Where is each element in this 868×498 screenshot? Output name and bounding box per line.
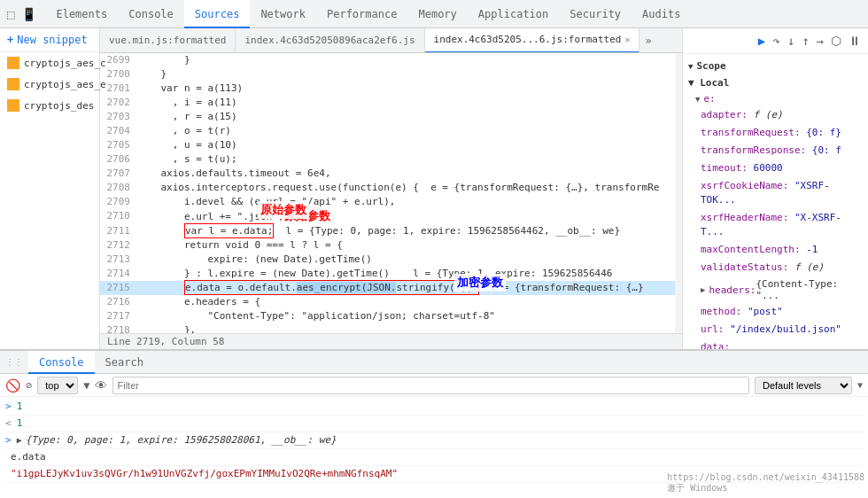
tab-sources[interactable]: Sources	[184, 0, 251, 28]
code-line[interactable]: 2702 , i = a(11)	[100, 96, 675, 110]
step-out-btn[interactable]: ↑	[800, 32, 810, 50]
line-content: var l = e.data; l = {Type: 0, page: 1, e…	[137, 224, 675, 238]
code-tab-label: index.4c63d52050896aca2ef6.js	[244, 28, 415, 53]
code-line[interactable]: 2701 var n = a(113)	[100, 82, 675, 96]
context-icon[interactable]: ▼	[83, 379, 89, 392]
code-line[interactable]: 2711 var l = e.data; l = {Type: 0, page:…	[100, 224, 675, 238]
code-line[interactable]: 2705 , u = a(10)	[100, 138, 675, 152]
tab-performance[interactable]: Performance	[316, 0, 407, 28]
tab-memory[interactable]: Memory	[407, 0, 467, 28]
tab-console[interactable]: Console	[118, 0, 184, 28]
prop-val: 60000	[754, 162, 783, 174]
tab-search-bottom[interactable]: Search	[95, 351, 154, 374]
line-number: 2702	[100, 96, 137, 110]
code-line[interactable]: 2704 , o = t(r)	[100, 124, 675, 138]
snippet-name: cryptojs_des	[24, 100, 94, 112]
tab-security[interactable]: Security	[559, 0, 632, 28]
code-editor[interactable]: 2699 }2700 }2701 var n = a(113)2702 , i …	[100, 53, 675, 333]
code-line[interactable]: 2718 },	[100, 323, 675, 333]
code-line[interactable]: 2700 }	[100, 67, 675, 82]
line-content: i.devel && (e.url = "/api" + e.url),	[137, 195, 675, 209]
pause-exceptions-btn[interactable]: ⏸	[847, 32, 863, 50]
headers-val: {Content-Type: "...	[756, 278, 863, 301]
e-scope-item[interactable]: ▼ e:	[683, 91, 868, 106]
filter-icon[interactable]: ⊘	[26, 379, 32, 392]
code-line[interactable]: 2706 , s = t(u);	[100, 152, 675, 167]
prop-key: method:	[701, 306, 748, 317]
resume-btn[interactable]: ▶	[756, 32, 767, 50]
code-editor-wrapper: 2699 }2700 }2701 var n = a(113)2702 , i …	[100, 53, 682, 333]
prop-val: {0: f	[812, 144, 841, 156]
code-line[interactable]: 2708 axios.interceptors.request.use(func…	[100, 181, 675, 195]
device-icon[interactable]: 📱	[18, 5, 40, 23]
step-over-btn[interactable]: ↷	[771, 32, 781, 50]
snippet-item[interactable]: cryptojs_aes_e	[0, 74, 99, 95]
prop-val: "post"	[748, 306, 783, 317]
tab-console-bottom[interactable]: Console	[28, 351, 95, 374]
snippet-item[interactable]: cryptojs_des	[0, 95, 99, 116]
snippet-item[interactable]: cryptojs_aes_c	[0, 52, 99, 74]
line-content: },	[137, 323, 675, 333]
prop-val: f (e)	[754, 109, 783, 121]
code-line[interactable]: 2714 } : l.expire = (new Date).getTime()…	[100, 267, 675, 281]
line-content: } : l.expire = (new Date).getTime() l = …	[137, 267, 675, 281]
eye-icon[interactable]: 👁	[95, 378, 107, 393]
code-line[interactable]: 2716 e.headers = {	[100, 295, 675, 309]
code-tab-index2[interactable]: index.4c63d5205...6.js:formatted ✕	[425, 28, 640, 53]
snippet-icon	[7, 57, 19, 69]
new-snippet-button[interactable]: + New snippet	[0, 28, 99, 52]
level-select[interactable]: Default levels	[755, 377, 852, 394]
console-line-3: > ▶ {Type: 0, page: 1, expire: 159625802…	[5, 432, 863, 449]
code-tab-vue[interactable]: vue.min.js:formatted	[100, 28, 236, 53]
step-btn[interactable]: →	[815, 32, 825, 50]
prop-key: xsrfCookieName:	[701, 180, 794, 191]
line-number: 2712	[100, 238, 137, 253]
local-scope-header[interactable]: ▼ Local	[683, 74, 868, 91]
code-line[interactable]: 2710 e.url += ".json";原始参数	[100, 209, 675, 224]
right-toolbar: ▶ ↷ ↓ ↑ → ⬡ ⏸	[683, 28, 868, 54]
code-line[interactable]: 2712 return void 0 === l ? l = {	[100, 238, 675, 253]
scope-validateStatus: validateStatus: f (e)	[683, 259, 868, 276]
code-tabs: vue.min.js:formatted index.4c63d52050896…	[100, 28, 682, 53]
console-tabs: ⋮⋮ Console Search	[0, 351, 868, 374]
console-prompt: <	[5, 416, 12, 432]
console-filter-input[interactable]	[112, 377, 749, 394]
code-line[interactable]: 2709 i.devel && (e.url = "/api" + e.url)…	[100, 195, 675, 209]
code-line[interactable]: 2703 , r = a(15)	[100, 110, 675, 124]
console-line-4: e.data	[5, 449, 863, 466]
step-into-btn[interactable]: ↓	[786, 32, 796, 50]
tab-close-icon[interactable]: ✕	[624, 28, 630, 52]
line-content: }	[137, 67, 675, 82]
line-number: 2718	[100, 323, 137, 333]
code-line[interactable]: 2707 axios.defaults.timeout = 6e4,	[100, 167, 675, 181]
code-line[interactable]: 2713 expire: (new Date).getTime()	[100, 253, 675, 267]
vertical-scrollbar[interactable]	[675, 53, 682, 333]
tab-network[interactable]: Network	[250, 0, 316, 28]
scope-section: ▼ Scope ▼ Local ▼ e: adapter: f (e) tran…	[683, 54, 868, 349]
tab-application[interactable]: Application	[468, 0, 559, 28]
code-line[interactable]: 2699 }	[100, 53, 675, 67]
clear-console-icon[interactable]: 🚫	[5, 378, 20, 393]
tab-elements[interactable]: Elements	[45, 0, 118, 28]
scope-tri-icon: ▼	[688, 62, 693, 71]
tab-audits[interactable]: Audits	[632, 0, 691, 28]
deactivate-btn[interactable]: ⬡	[829, 32, 843, 50]
code-line[interactable]: 2715 e.data = o.default.aes_encrypt(JSON…	[100, 281, 675, 295]
scope-title[interactable]: ▼ Scope	[683, 58, 868, 74]
expand-icon[interactable]: ▶	[17, 432, 22, 448]
inspect-icon[interactable]: ⬚	[4, 5, 18, 23]
headers-key: headers:	[709, 284, 756, 296]
console-prompt: >	[5, 399, 12, 415]
e-expand-icon: ▼	[695, 95, 700, 104]
prop-key: xsrfHeaderName:	[701, 212, 794, 223]
code-line[interactable]: 2717 "Content-Type": "application/json; …	[100, 309, 675, 323]
prop-key: url:	[701, 323, 730, 335]
top-context-select[interactable]: top	[37, 377, 78, 394]
prop-val: f (e)	[794, 261, 824, 273]
scope-maxContentLength: maxContentLength: -1	[683, 241, 868, 259]
code-tab-index1[interactable]: index.4c63d52050896aca2ef6.js	[236, 28, 424, 53]
prop-key: data:	[701, 341, 730, 349]
more-tabs-icon[interactable]: »	[639, 28, 656, 53]
line-content: return void 0 === l ? l = {	[137, 238, 675, 253]
headers-scope-item[interactable]: ▶ headers: {Content-Type: "...	[683, 276, 868, 303]
